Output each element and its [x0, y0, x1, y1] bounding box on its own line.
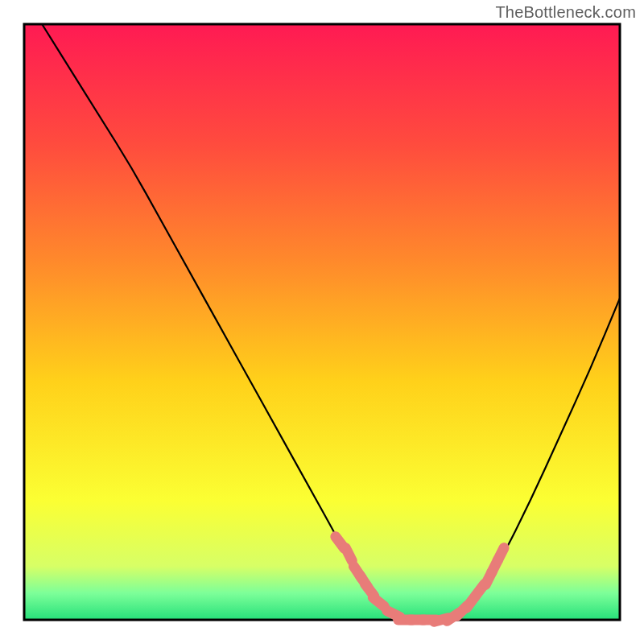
highlight-bead — [345, 548, 352, 561]
highlight-bead — [373, 597, 384, 606]
highlight-bead — [497, 548, 504, 561]
bottleneck-chart — [0, 0, 644, 644]
plot-background — [24, 24, 620, 620]
chart-container: TheBottleneck.com — [0, 0, 644, 644]
watermark-text: TheBottleneck.com — [495, 3, 636, 22]
